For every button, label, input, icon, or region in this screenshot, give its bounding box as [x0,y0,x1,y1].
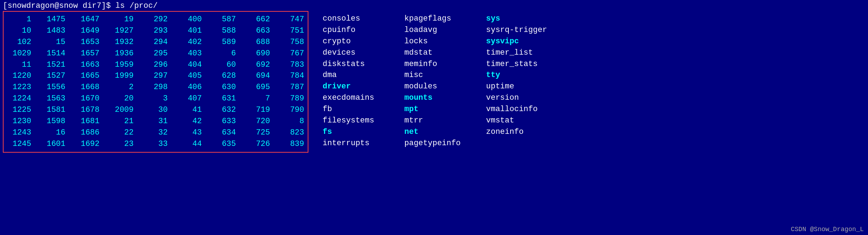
left-cell: 1686 [75,127,99,138]
left-cell: 767 [280,48,304,59]
left-cell: 1245 [7,138,31,150]
left-cell: 1657 [75,48,99,59]
left-cell: 719 [246,104,270,116]
left-cell: 1959 [109,59,134,71]
left-cell: 784 [280,70,304,82]
left-cell: 747 [280,14,304,25]
left-cell: 102 [7,37,31,48]
right-cell: locks [404,36,482,47]
left-cell: 31 [144,116,168,127]
left-cell: 720 [246,116,270,127]
left-cell: 695 [246,82,270,93]
left-cell: 1927 [109,25,134,37]
right-cell: version [486,92,564,104]
right-cell: modules [404,81,482,92]
right-cell: meminfo [404,59,482,70]
left-cell: 33 [144,138,168,150]
left-cell: 44 [178,138,202,150]
left-cell: 1230 [7,116,31,127]
prompt-line: [snowdragon@snow dir7]$ ls /proc/ [0,0,868,11]
left-cell: 30 [144,104,168,116]
left-cell: 19 [109,14,134,25]
left-cell: 783 [280,59,304,71]
right-cell: fb [323,104,401,115]
right-cell: vmallocinfo [486,104,564,115]
left-cell: 1932 [109,37,134,48]
left-cell: 635 [212,138,236,150]
right-cell: uptime [486,81,564,92]
left-cell: 296 [144,59,168,71]
left-cell: 633 [212,116,236,127]
left-cell: 587 [212,14,236,25]
right-cell: sysrq-trigger [486,24,564,36]
left-cell: 401 [178,25,202,37]
right-cell: timer_stats [486,59,564,70]
right-cell: kpageflags [404,13,482,24]
right-cell: execdomains [323,92,401,104]
left-cell: 292 [144,14,168,25]
right-cell: net [404,126,482,138]
left-cell: 1220 [7,70,31,82]
left-cell: 1521 [41,59,65,71]
columns-grid: 1147516471929240058766274710148316491927… [7,14,304,150]
left-cell: 21 [109,116,134,127]
left-cell: 787 [280,82,304,93]
left-cell: 1692 [75,138,99,150]
watermark: CSDN @Snow_Dragon_L [791,226,864,233]
left-cell: 60 [212,59,236,71]
left-cell: 20 [109,93,134,104]
left-cell: 1681 [75,116,99,127]
right-cell: fs [323,126,401,138]
left-cell: 6 [212,48,236,59]
right-cell: devices [323,47,401,59]
left-cell: 628 [212,70,236,82]
left-cell: 405 [178,70,202,82]
left-cell: 400 [178,14,202,25]
left-cell: 662 [246,14,270,25]
right-cell: dma [323,70,401,81]
left-cell: 1649 [75,25,99,37]
right-cell: sys [486,13,564,24]
right-cell: sysvipc [486,36,564,47]
left-cell: 1 [7,14,31,25]
right-cell: interrupts [323,138,401,149]
terminal: [snowdragon@snow dir7]$ ls /proc/ 114751… [0,0,868,235]
left-cell: 1581 [41,104,65,116]
right-cell: mtrr [404,115,482,126]
left-cell: 43 [178,127,202,138]
left-cell: 694 [246,70,270,82]
left-cell: 293 [144,25,168,37]
left-cell: 588 [212,25,236,37]
right-cell: zoneinfo [486,126,564,138]
right-cell: mpt [404,104,482,115]
left-cell: 15 [41,37,65,48]
left-cell: 2 [109,82,134,93]
left-cell: 758 [280,37,304,48]
right-cell: filesystems [323,115,401,126]
left-cell: 1670 [75,93,99,104]
right-cell: misc [404,70,482,81]
left-cell: 1663 [75,59,99,71]
left-cell: 634 [212,127,236,138]
left-cell: 8 [280,116,304,127]
left-cell: 1243 [7,127,31,138]
right-cell [486,138,564,149]
left-cell: 1563 [41,93,65,104]
left-cell: 402 [178,37,202,48]
left-cell: 1678 [75,104,99,116]
left-cell: 16 [41,127,65,138]
left-cell: 630 [212,82,236,93]
left-cell: 789 [280,93,304,104]
left-cell: 32 [144,127,168,138]
left-cell: 790 [280,104,304,116]
left-cell: 1527 [41,70,65,82]
right-cell: mounts [404,92,482,104]
left-cell: 726 [246,138,270,150]
left-cell: 1224 [7,93,31,104]
left-cell: 298 [144,82,168,93]
left-cell: 725 [246,127,270,138]
left-cell: 1647 [75,14,99,25]
left-cell: 1475 [41,14,65,25]
right-cell: driver [323,81,401,92]
right-cell: cpuinfo [323,24,401,36]
